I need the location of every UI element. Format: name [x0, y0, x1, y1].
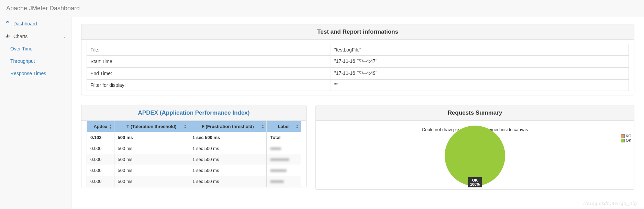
sort-icon: ▲▼ [184, 124, 187, 129]
info-panel: Test and Report informations File:"testL… [81, 24, 634, 95]
cell-label: ■■■■ [267, 143, 301, 154]
cell-label: ■■■■■■■ [267, 154, 301, 165]
summary-panel: Requests Summary Could not draw pie with… [315, 105, 634, 190]
watermark: //blog.csdn.net/go_pig [584, 200, 637, 206]
cell-toleration: 500 ms [114, 132, 189, 143]
sidebar-label: Charts [13, 34, 27, 39]
cell-apdex: 0.000 [87, 176, 114, 187]
main-content: Test and Report informations File:"testL… [71, 17, 644, 209]
sidebar-item-throughput[interactable]: Throughput [0, 55, 71, 67]
sort-icon: ▲▼ [296, 124, 299, 129]
info-row: Filter for display:"" [87, 80, 629, 91]
info-value: "17-11-16 下午4:47" [331, 56, 629, 68]
table-row: 0.000500 ms1 sec 500 ms■■■■■ [87, 176, 301, 187]
summary-title: Requests Summary [316, 105, 634, 121]
cell-toleration: 500 ms [114, 176, 189, 187]
sidebar-item-dashboard[interactable]: Dashboard [0, 17, 71, 30]
cell-frustration: 1 sec 500 ms [189, 132, 267, 143]
cell-label: ■■■■■ [267, 176, 301, 187]
sort-icon: ▲▼ [109, 124, 112, 129]
cell-label: Total [267, 132, 301, 143]
info-label: Start Time: [87, 56, 331, 68]
table-row: 0.000500 ms1 sec 500 ms■■■■ [87, 143, 301, 154]
apdex-title[interactable]: APDEX (Application Performance Index) [81, 105, 306, 121]
cell-frustration: 1 sec 500 ms [189, 143, 267, 154]
table-row: 0.000500 ms1 sec 500 ms■■■■■■ [87, 165, 301, 176]
cell-toleration: 500 ms [114, 143, 189, 154]
chevron-down-icon: ⌄ [63, 34, 66, 39]
table-row: 0.000500 ms1 sec 500 ms■■■■■■■ [87, 154, 301, 165]
cell-apdex: 0.000 [87, 154, 114, 165]
dashboard-icon [5, 21, 11, 26]
chart-icon [5, 33, 11, 39]
col-label[interactable]: Label▲▼ [267, 121, 301, 132]
app-title: Apache JMeter Dashboard [6, 5, 80, 12]
sidebar-label: Dashboard [13, 21, 37, 26]
col-apdex[interactable]: Apdex▲▼ [87, 121, 114, 132]
pie-chart: Could not draw pie with label contained … [316, 121, 634, 189]
sort-icon: ▲▼ [261, 124, 264, 129]
info-value: "17-11-16 下午4:49" [331, 68, 629, 80]
info-label: End Time: [87, 68, 331, 80]
sidebar-item-charts[interactable]: Charts ⌄ [0, 30, 71, 43]
sidebar-item-overtime[interactable]: Over Time [0, 43, 71, 55]
info-label: File: [87, 44, 331, 56]
info-label: Filter for display: [87, 80, 331, 91]
table-row: 0.102500 ms1 sec 500 msTotal [87, 132, 301, 143]
legend-ko: KO [621, 134, 631, 138]
chart-legend: KO OK [621, 134, 631, 143]
cell-apdex: 0.000 [87, 165, 114, 176]
svg-rect-2 [9, 35, 9, 37]
info-panel-title: Test and Report informations [81, 24, 634, 40]
info-value: "" [331, 80, 629, 91]
cell-frustration: 1 sec 500 ms [189, 165, 267, 176]
cell-frustration: 1 sec 500 ms [189, 176, 267, 187]
cell-label: ■■■■■■ [267, 165, 301, 176]
cell-apdex: 0.102 [87, 132, 114, 143]
svg-rect-0 [6, 36, 7, 37]
info-value: "testLogFile" [331, 44, 629, 56]
info-row: File:"testLogFile" [87, 44, 629, 56]
col-frustration[interactable]: F (Frustration threshold)▲▼ [189, 121, 267, 132]
legend-ok: OK [621, 138, 631, 142]
col-toleration[interactable]: T (Toleration threshold)▲▼ [114, 121, 189, 132]
info-row: Start Time:"17-11-16 下午4:47" [87, 56, 629, 68]
apdex-table: Apdex▲▼ T (Toleration threshold)▲▼ F (Fr… [87, 121, 301, 187]
apdex-panel: APDEX (Application Performance Index) Ap… [81, 105, 307, 187]
pie-label: OK100% [468, 177, 482, 187]
cell-frustration: 1 sec 500 ms [189, 154, 267, 165]
sidebar-item-response[interactable]: Response Times [0, 67, 71, 80]
info-table: File:"testLogFile"Start Time:"17-11-16 下… [87, 44, 629, 91]
cell-apdex: 0.000 [87, 143, 114, 154]
cell-toleration: 500 ms [114, 154, 189, 165]
sidebar: Dashboard Charts ⌄ Over Time Throughput … [0, 17, 71, 209]
topbar: Apache JMeter Dashboard [0, 0, 644, 17]
info-row: End Time:"17-11-16 下午4:49" [87, 68, 629, 80]
cell-toleration: 500 ms [114, 165, 189, 176]
svg-rect-1 [7, 35, 8, 38]
